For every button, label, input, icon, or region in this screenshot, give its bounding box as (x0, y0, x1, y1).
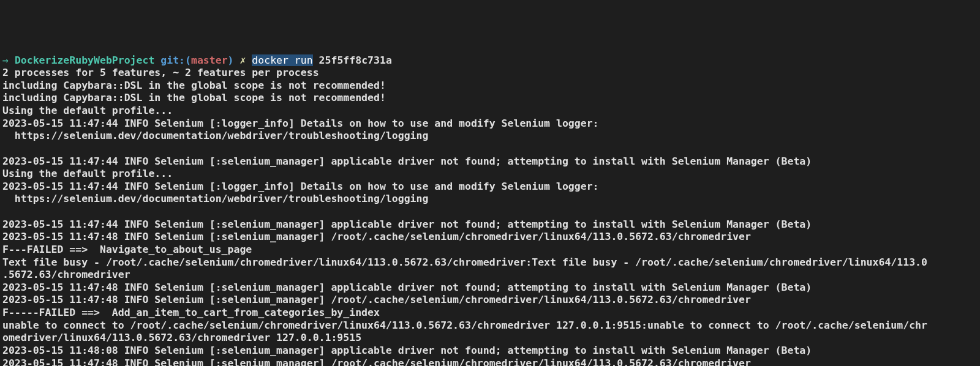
prompt-arrow: → (2, 54, 15, 66)
output-line: 2023-05-15 11:47:44 INFO Selenium [:logg… (2, 181, 978, 193)
output-line: 2023-05-15 11:47:44 INFO Selenium [:sele… (2, 155, 978, 168)
output-line (2, 206, 978, 218)
output-line: Using the default profile... (2, 168, 978, 181)
output-line: 2023-05-15 11:47:48 INFO Selenium [:sele… (2, 357, 978, 367)
output-line: F-----FAILED ==> Add_an_item_to_cart_fro… (2, 307, 978, 319)
output-line: 2023-05-15 11:48:08 INFO Selenium [:sele… (2, 345, 978, 357)
prompt-line[interactable]: → DockerizeRubyWebProject git:(master) ✗… (2, 54, 978, 67)
output-line: https://selenium.dev/documentation/webdr… (2, 130, 978, 143)
output-line: Using the default profile... (2, 105, 978, 118)
output-line: unable to connect to /root/.cache/seleni… (2, 319, 978, 332)
output-line: https://selenium.dev/documentation/webdr… (2, 193, 978, 206)
output-line: .5672.63/chromedriver (2, 269, 978, 282)
branch-name: master (191, 54, 228, 66)
output-line: F---FAILED ==> Navigate_to_about_us_page (2, 244, 978, 256)
output-line: including Capybara::DSL in the global sc… (2, 92, 978, 105)
output-line (2, 143, 978, 155)
output-line: 2023-05-15 11:47:44 INFO Selenium [:sele… (2, 218, 978, 231)
selected-command-text[interactable]: docker run (252, 54, 312, 66)
output-line: 2 processes for 5 features, ~ 2 features… (2, 67, 978, 80)
output-line: 2023-05-15 11:47:44 INFO Selenium [:logg… (2, 118, 978, 130)
git-label: git:( (154, 54, 191, 66)
output-line: 2023-05-15 11:47:48 INFO Selenium [:sele… (2, 294, 978, 307)
command-argument: 25f5ff8c731a (313, 54, 392, 66)
output-line: Text file busy - /root/.cache/selenium/c… (2, 256, 978, 269)
dirty-mark: ✗ (239, 54, 252, 66)
output-line: 2023-05-15 11:47:48 INFO Selenium [:sele… (2, 231, 978, 244)
output-line: omedriver/linux64/113.0.5672.63/chromedr… (2, 332, 978, 345)
git-close: ) (228, 54, 240, 66)
project-name: DockerizeRubyWebProject (15, 54, 154, 66)
output-line: 2023-05-15 11:47:48 INFO Selenium [:sele… (2, 282, 978, 294)
output-line: including Capybara::DSL in the global sc… (2, 80, 978, 92)
terminal-output[interactable]: → DockerizeRubyWebProject git:(master) ✗… (2, 54, 978, 367)
